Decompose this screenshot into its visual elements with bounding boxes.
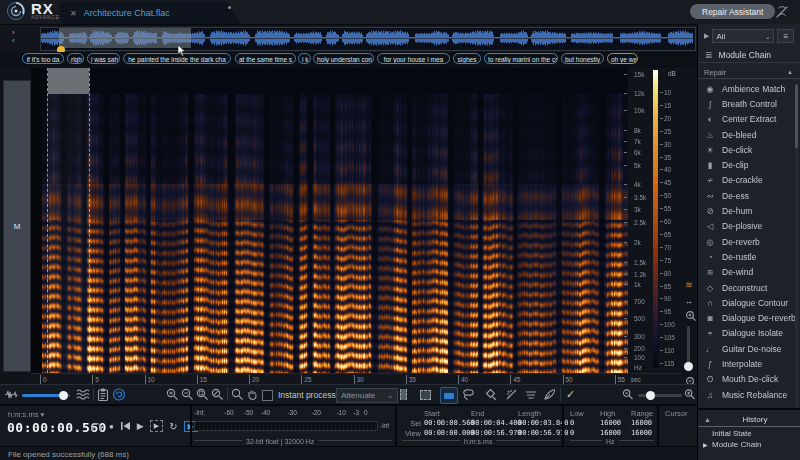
- module-item[interactable]: ◁De-plosive: [698, 219, 798, 234]
- module-item[interactable]: ∫Breath Control: [698, 96, 798, 111]
- table-header: High: [600, 409, 631, 419]
- time-freq-selection-tool[interactable]: [419, 387, 431, 402]
- module-item[interactable]: ◉Ambience Match: [698, 81, 798, 96]
- transcript-segment[interactable]: i was sah: [87, 53, 120, 64]
- module-item[interactable]: ♫Music Rebalance: [698, 387, 798, 402]
- magic-wand-icon[interactable]: [505, 387, 518, 402]
- return-to-start-button[interactable]: [120, 421, 131, 431]
- transcript-segment[interactable]: righ: [67, 53, 84, 64]
- module-label: Guitar De-noise: [722, 344, 782, 354]
- transcript-segment[interactable]: at the same time s: [235, 53, 296, 64]
- module-item[interactable]: ☀De-click: [698, 142, 798, 157]
- loop-button[interactable]: ↻: [169, 421, 177, 432]
- hand-tool-icon[interactable]: [246, 387, 259, 402]
- sidebar-menu-button[interactable]: ≡: [777, 29, 794, 43]
- transcript-segment[interactable]: but honestly: [561, 53, 604, 64]
- tab-close-icon[interactable]: ✕: [70, 9, 77, 18]
- waveform-view-icon[interactable]: [4, 387, 18, 402]
- de-reverb-icon: ◎: [704, 237, 716, 247]
- instant-process-label[interactable]: Instant process: [278, 390, 336, 400]
- zoom-all-icon[interactable]: [211, 387, 224, 402]
- module-item[interactable]: ♩Guitar De-noise: [698, 341, 798, 356]
- overview-waveform[interactable]: [40, 27, 696, 51]
- sidebar-scrollbar[interactable]: [795, 84, 798, 420]
- tab-title[interactable]: Architecture Chat.flac: [84, 8, 170, 18]
- module-item[interactable]: ∾De-ess: [698, 188, 798, 203]
- sidebar-scrollbar-thumb[interactable]: [795, 84, 798, 148]
- amplitude-colorbar[interactable]: [653, 70, 658, 368]
- spectrogram-area[interactable]: [31, 68, 628, 373]
- module-item[interactable]: ◓Dialogue Isolate: [698, 326, 798, 341]
- hzoom-in-icon[interactable]: [684, 387, 696, 402]
- brush-tool-icon[interactable]: [543, 387, 556, 402]
- module-item[interactable]: ∩Dialogue Contour: [698, 295, 798, 310]
- composite-view-icon[interactable]: [112, 387, 126, 402]
- hzoom-out-icon[interactable]: [622, 387, 634, 402]
- zoom-out-icon[interactable]: [181, 387, 194, 402]
- apply-check-icon[interactable]: ✓: [566, 387, 575, 402]
- horizontal-zoom-knob[interactable]: [646, 391, 655, 400]
- magnifier-tool-icon[interactable]: [231, 387, 244, 402]
- process-mode-select[interactable]: Attenuate ⌄: [336, 388, 398, 403]
- spectrogram-selection[interactable]: [47, 68, 90, 373]
- view-blend-knob[interactable]: [59, 391, 68, 400]
- freq-selection-tool-active[interactable]: [440, 387, 458, 404]
- spectrogram-view-icon[interactable]: [76, 387, 91, 402]
- module-filter-value: All: [716, 32, 725, 41]
- module-item[interactable]: ≁De-crackle: [698, 173, 798, 188]
- module-item[interactable]: ◇Deconstruct: [698, 280, 798, 295]
- transcript-segment[interactable]: sighes: [453, 53, 481, 64]
- module-filter-select[interactable]: All ⌄: [712, 29, 774, 43]
- transcript-segment[interactable]: i k: [298, 53, 311, 64]
- repair-assistant-icon[interactable]: [773, 3, 791, 21]
- wand-selection-icon[interactable]: [484, 387, 497, 402]
- fit-horizontal-icon[interactable]: ↔: [681, 296, 697, 306]
- sidebar-play-icon[interactable]: ▶: [704, 32, 709, 40]
- overview-selection[interactable]: [59, 28, 191, 48]
- module-item[interactable]: ♨De-bleed: [698, 127, 798, 142]
- module-item[interactable]: ◐Center Extract: [698, 112, 798, 127]
- monitor-headphones-icon[interactable]: [90, 420, 103, 432]
- module-chain-item[interactable]: ≣ Module Chain: [698, 48, 800, 63]
- time-selection-tool[interactable]: [398, 387, 408, 402]
- transcript-segment[interactable]: if it's too da: [22, 53, 64, 64]
- play-selection-button[interactable]: ▶: [150, 420, 163, 432]
- channel-strip[interactable]: M: [3, 80, 31, 372]
- transcript-segment[interactable]: holy understan con: [313, 53, 374, 64]
- module-item[interactable]: ≋De-wind: [698, 265, 798, 280]
- transcript-segment[interactable]: to really marini on the co: [484, 53, 558, 64]
- view-blend-slider[interactable]: [22, 394, 70, 397]
- record-button[interactable]: ●: [109, 422, 114, 431]
- file-tab[interactable]: ✕ Architecture Chat.flac: [60, 2, 240, 24]
- history-item[interactable]: ▶Module Chain: [698, 438, 800, 449]
- overview-collapse-icon[interactable]: ‹: [12, 38, 15, 44]
- transcript-segment[interactable]: oh ye we: [607, 53, 638, 64]
- repair-section-header[interactable]: Repair ▲: [698, 66, 800, 79]
- clipboard-icon[interactable]: [97, 387, 109, 402]
- play-button[interactable]: ▶: [137, 421, 144, 431]
- instant-process-checkbox[interactable]: [262, 390, 273, 401]
- horizontal-zoom-slider[interactable]: [638, 394, 682, 397]
- module-item[interactable]: ◎De-reverb: [698, 234, 798, 249]
- zoom-selection-icon[interactable]: [196, 387, 209, 402]
- module-item[interactable]: ◔De-rustle: [698, 249, 798, 264]
- time-value: 00:00:00.560: [424, 419, 471, 429]
- module-item[interactable]: ⊘De-hum: [698, 203, 798, 218]
- module-item[interactable]: ʘMouth De-click: [698, 372, 798, 387]
- vertical-zoom-slider[interactable]: [687, 326, 690, 370]
- center-extract-icon: ◐: [704, 114, 716, 124]
- module-item[interactable]: ▮De-clip: [698, 157, 798, 172]
- spectrogram-settings-icon[interactable]: ≋: [681, 280, 697, 290]
- contour-lines-icon[interactable]: [524, 387, 538, 402]
- time-format-dropdown[interactable]: h:m:s.ms ▾: [8, 410, 44, 419]
- history-header[interactable]: ▲ History: [698, 410, 800, 427]
- vertical-zoom-knob[interactable]: [684, 362, 693, 371]
- module-item[interactable]: ƒInterpolate: [698, 356, 798, 371]
- spectrogram-canvas[interactable]: [42, 68, 628, 373]
- zoom-in-icon[interactable]: [166, 387, 179, 402]
- repair-assistant-button[interactable]: Repair Assistant: [690, 4, 775, 19]
- history-item[interactable]: Initial State: [698, 427, 800, 438]
- lasso-tool-icon[interactable]: [462, 387, 476, 402]
- module-item[interactable]: ◙Dialogue De-reverb: [698, 310, 798, 325]
- transcript-segment[interactable]: for your house i mea: [377, 53, 450, 64]
